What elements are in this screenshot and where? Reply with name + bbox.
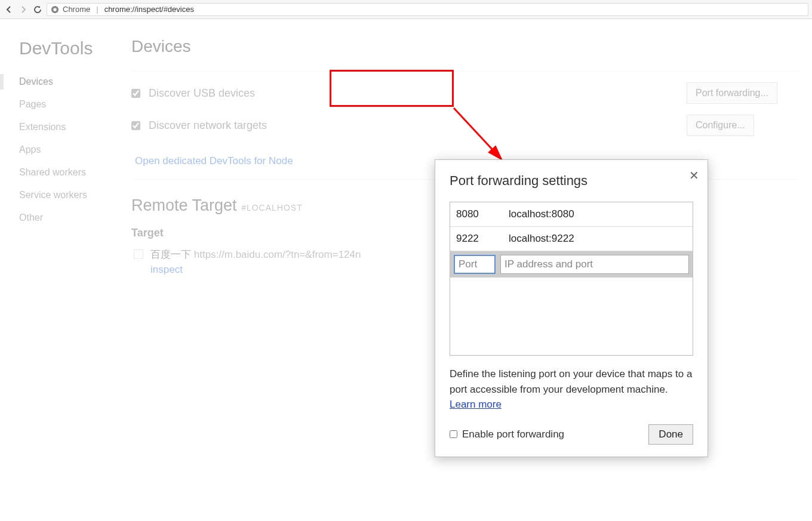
- discover-usb-label: Discover USB devices: [149, 87, 687, 100]
- sidebar-item-devices[interactable]: Devices: [19, 70, 122, 93]
- target-url: https://m.baidu.com/?tn=&from=124n: [194, 249, 361, 260]
- port-forwarding-table: 8080 localhost:8080 9222 localhost:9222: [450, 202, 693, 356]
- port-forwarding-button[interactable]: Port forwarding...: [687, 82, 777, 104]
- svg-point-1: [53, 8, 56, 11]
- chrome-icon: [51, 5, 59, 14]
- port-cell: 8080: [450, 202, 503, 226]
- addr-url: chrome://inspect/#devices: [104, 5, 194, 14]
- table-input-row: [450, 251, 693, 278]
- sidebar-item-service-workers[interactable]: Service workers: [19, 184, 122, 206]
- address-bar[interactable]: Chrome | chrome://inspect/#devices: [47, 3, 808, 16]
- discover-usb-checkbox[interactable]: [131, 89, 140, 98]
- sidebar-item-extensions[interactable]: Extensions: [19, 116, 122, 138]
- port-input[interactable]: [454, 255, 496, 274]
- enable-port-forwarding-label[interactable]: Enable port forwarding: [450, 428, 564, 440]
- sidebar-title: DevTools: [19, 38, 122, 58]
- dialog-title: Port forwarding settings: [450, 173, 693, 189]
- addr-scheme: Chrome: [63, 5, 90, 14]
- address-input[interactable]: [500, 255, 689, 274]
- back-button[interactable]: [4, 5, 14, 14]
- port-cell: 9222: [450, 227, 503, 251]
- reload-button[interactable]: [32, 5, 43, 14]
- done-button[interactable]: Done: [648, 424, 693, 445]
- learn-more-link[interactable]: Learn more: [450, 399, 502, 410]
- sidebar-item-shared-workers[interactable]: Shared workers: [19, 161, 122, 184]
- port-forwarding-dialog: ✕ Port forwarding settings 8080 localhos…: [435, 159, 708, 457]
- browser-toolbar: Chrome | chrome://inspect/#devices: [0, 0, 812, 19]
- target-checkbox[interactable]: [134, 249, 143, 259]
- enable-port-forwarding-checkbox[interactable]: [450, 430, 457, 438]
- target-name: 百度一下: [150, 249, 191, 260]
- table-row[interactable]: 8080 localhost:8080: [450, 202, 693, 227]
- table-row[interactable]: 9222 localhost:9222: [450, 227, 693, 251]
- sidebar-item-other[interactable]: Other: [19, 206, 122, 229]
- sidebar: DevTools Devices Pages Extensions Apps S…: [0, 19, 122, 521]
- configure-button[interactable]: Configure...: [687, 115, 754, 136]
- discover-network-label: Discover network targets: [149, 119, 687, 132]
- discover-network-checkbox[interactable]: [131, 121, 140, 130]
- dialog-help-text: Define the listening port on your device…: [450, 366, 693, 412]
- addr-cell: localhost:9222: [503, 227, 693, 251]
- forward-button[interactable]: [18, 5, 29, 14]
- sidebar-item-pages[interactable]: Pages: [19, 93, 122, 116]
- close-icon[interactable]: ✕: [689, 168, 699, 183]
- sidebar-item-apps[interactable]: Apps: [19, 138, 122, 161]
- inspect-link[interactable]: inspect: [150, 264, 361, 276]
- page-title: Devices: [131, 37, 800, 56]
- addr-cell: localhost:8080: [503, 202, 693, 226]
